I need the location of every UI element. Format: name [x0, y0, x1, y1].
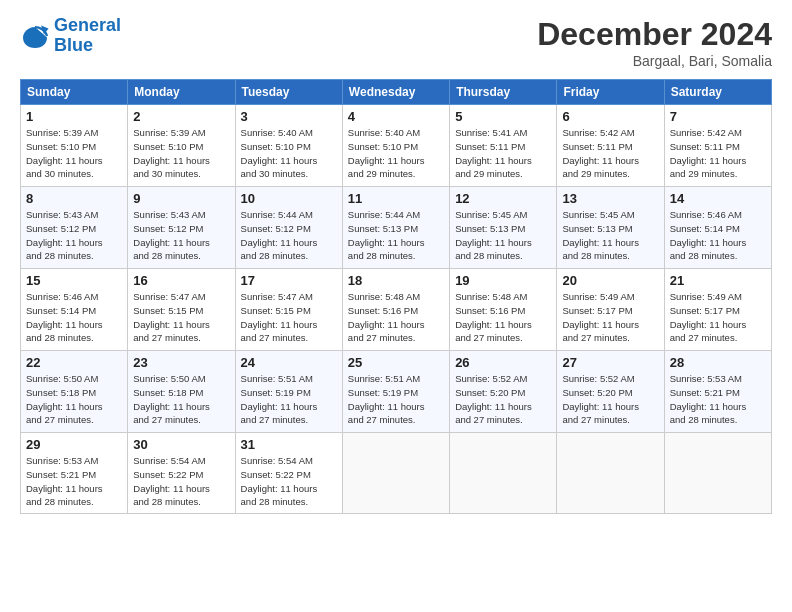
calendar-cell: 17Sunrise: 5:47 AMSunset: 5:15 PMDayligh…	[235, 269, 342, 351]
day-info: Sunrise: 5:48 AMSunset: 5:16 PMDaylight:…	[455, 290, 551, 345]
day-number: 24	[241, 355, 337, 370]
day-info: Sunrise: 5:49 AMSunset: 5:17 PMDaylight:…	[562, 290, 658, 345]
day-info: Sunrise: 5:53 AMSunset: 5:21 PMDaylight:…	[26, 454, 122, 509]
day-number: 11	[348, 191, 444, 206]
calendar-cell: 21Sunrise: 5:49 AMSunset: 5:17 PMDayligh…	[664, 269, 771, 351]
day-number: 20	[562, 273, 658, 288]
calendar-cell: 13Sunrise: 5:45 AMSunset: 5:13 PMDayligh…	[557, 187, 664, 269]
day-info: Sunrise: 5:41 AMSunset: 5:11 PMDaylight:…	[455, 126, 551, 181]
calendar-cell: 1Sunrise: 5:39 AMSunset: 5:10 PMDaylight…	[21, 105, 128, 187]
day-number: 26	[455, 355, 551, 370]
day-info: Sunrise: 5:42 AMSunset: 5:11 PMDaylight:…	[562, 126, 658, 181]
day-number: 15	[26, 273, 122, 288]
main-title: December 2024	[537, 16, 772, 53]
logo-icon	[20, 21, 50, 51]
day-number: 18	[348, 273, 444, 288]
day-number: 16	[133, 273, 229, 288]
day-info: Sunrise: 5:39 AMSunset: 5:10 PMDaylight:…	[133, 126, 229, 181]
calendar-cell: 27Sunrise: 5:52 AMSunset: 5:20 PMDayligh…	[557, 351, 664, 433]
calendar-cell: 7Sunrise: 5:42 AMSunset: 5:11 PMDaylight…	[664, 105, 771, 187]
title-block: December 2024 Bargaal, Bari, Somalia	[537, 16, 772, 69]
day-number: 2	[133, 109, 229, 124]
col-friday: Friday	[557, 80, 664, 105]
calendar-cell: 30Sunrise: 5:54 AMSunset: 5:22 PMDayligh…	[128, 433, 235, 514]
day-info: Sunrise: 5:44 AMSunset: 5:12 PMDaylight:…	[241, 208, 337, 263]
header-row: Sunday Monday Tuesday Wednesday Thursday…	[21, 80, 772, 105]
day-number: 10	[241, 191, 337, 206]
page: General Blue December 2024 Bargaal, Bari…	[0, 0, 792, 612]
logo: General Blue	[20, 16, 121, 56]
calendar-cell: 9Sunrise: 5:43 AMSunset: 5:12 PMDaylight…	[128, 187, 235, 269]
calendar-cell: 28Sunrise: 5:53 AMSunset: 5:21 PMDayligh…	[664, 351, 771, 433]
day-number: 4	[348, 109, 444, 124]
calendar-cell: 16Sunrise: 5:47 AMSunset: 5:15 PMDayligh…	[128, 269, 235, 351]
calendar-cell: 19Sunrise: 5:48 AMSunset: 5:16 PMDayligh…	[450, 269, 557, 351]
day-info: Sunrise: 5:46 AMSunset: 5:14 PMDaylight:…	[670, 208, 766, 263]
calendar-cell: 11Sunrise: 5:44 AMSunset: 5:13 PMDayligh…	[342, 187, 449, 269]
calendar-cell: 29Sunrise: 5:53 AMSunset: 5:21 PMDayligh…	[21, 433, 128, 514]
calendar-cell: 15Sunrise: 5:46 AMSunset: 5:14 PMDayligh…	[21, 269, 128, 351]
calendar-cell: 25Sunrise: 5:51 AMSunset: 5:19 PMDayligh…	[342, 351, 449, 433]
day-number: 6	[562, 109, 658, 124]
subtitle: Bargaal, Bari, Somalia	[537, 53, 772, 69]
day-number: 31	[241, 437, 337, 452]
calendar-cell	[557, 433, 664, 514]
day-number: 3	[241, 109, 337, 124]
day-info: Sunrise: 5:51 AMSunset: 5:19 PMDaylight:…	[241, 372, 337, 427]
day-number: 5	[455, 109, 551, 124]
day-number: 9	[133, 191, 229, 206]
day-info: Sunrise: 5:49 AMSunset: 5:17 PMDaylight:…	[670, 290, 766, 345]
day-info: Sunrise: 5:44 AMSunset: 5:13 PMDaylight:…	[348, 208, 444, 263]
day-number: 12	[455, 191, 551, 206]
day-info: Sunrise: 5:54 AMSunset: 5:22 PMDaylight:…	[133, 454, 229, 509]
day-info: Sunrise: 5:52 AMSunset: 5:20 PMDaylight:…	[562, 372, 658, 427]
day-number: 30	[133, 437, 229, 452]
logo-general: General	[54, 15, 121, 35]
col-saturday: Saturday	[664, 80, 771, 105]
col-tuesday: Tuesday	[235, 80, 342, 105]
calendar-cell: 4Sunrise: 5:40 AMSunset: 5:10 PMDaylight…	[342, 105, 449, 187]
calendar-cell: 14Sunrise: 5:46 AMSunset: 5:14 PMDayligh…	[664, 187, 771, 269]
logo-blue: Blue	[54, 35, 93, 55]
day-info: Sunrise: 5:50 AMSunset: 5:18 PMDaylight:…	[133, 372, 229, 427]
day-number: 28	[670, 355, 766, 370]
day-number: 14	[670, 191, 766, 206]
col-wednesday: Wednesday	[342, 80, 449, 105]
day-info: Sunrise: 5:45 AMSunset: 5:13 PMDaylight:…	[455, 208, 551, 263]
day-info: Sunrise: 5:47 AMSunset: 5:15 PMDaylight:…	[133, 290, 229, 345]
day-info: Sunrise: 5:51 AMSunset: 5:19 PMDaylight:…	[348, 372, 444, 427]
day-info: Sunrise: 5:40 AMSunset: 5:10 PMDaylight:…	[348, 126, 444, 181]
day-info: Sunrise: 5:53 AMSunset: 5:21 PMDaylight:…	[670, 372, 766, 427]
calendar-cell: 31Sunrise: 5:54 AMSunset: 5:22 PMDayligh…	[235, 433, 342, 514]
col-sunday: Sunday	[21, 80, 128, 105]
day-number: 19	[455, 273, 551, 288]
day-number: 8	[26, 191, 122, 206]
day-info: Sunrise: 5:42 AMSunset: 5:11 PMDaylight:…	[670, 126, 766, 181]
calendar-cell: 8Sunrise: 5:43 AMSunset: 5:12 PMDaylight…	[21, 187, 128, 269]
col-monday: Monday	[128, 80, 235, 105]
calendar-cell: 22Sunrise: 5:50 AMSunset: 5:18 PMDayligh…	[21, 351, 128, 433]
calendar-cell: 5Sunrise: 5:41 AMSunset: 5:11 PMDaylight…	[450, 105, 557, 187]
day-number: 21	[670, 273, 766, 288]
header: General Blue December 2024 Bargaal, Bari…	[20, 16, 772, 69]
calendar-cell: 24Sunrise: 5:51 AMSunset: 5:19 PMDayligh…	[235, 351, 342, 433]
calendar-table: Sunday Monday Tuesday Wednesday Thursday…	[20, 79, 772, 514]
day-number: 1	[26, 109, 122, 124]
day-info: Sunrise: 5:43 AMSunset: 5:12 PMDaylight:…	[26, 208, 122, 263]
day-info: Sunrise: 5:39 AMSunset: 5:10 PMDaylight:…	[26, 126, 122, 181]
day-info: Sunrise: 5:40 AMSunset: 5:10 PMDaylight:…	[241, 126, 337, 181]
day-number: 22	[26, 355, 122, 370]
calendar-cell: 10Sunrise: 5:44 AMSunset: 5:12 PMDayligh…	[235, 187, 342, 269]
day-number: 17	[241, 273, 337, 288]
day-number: 13	[562, 191, 658, 206]
day-number: 27	[562, 355, 658, 370]
day-info: Sunrise: 5:54 AMSunset: 5:22 PMDaylight:…	[241, 454, 337, 509]
calendar-cell	[450, 433, 557, 514]
col-thursday: Thursday	[450, 80, 557, 105]
calendar-header: Sunday Monday Tuesday Wednesday Thursday…	[21, 80, 772, 105]
logo-text: General Blue	[54, 16, 121, 56]
day-info: Sunrise: 5:48 AMSunset: 5:16 PMDaylight:…	[348, 290, 444, 345]
day-number: 25	[348, 355, 444, 370]
calendar-body: 1Sunrise: 5:39 AMSunset: 5:10 PMDaylight…	[21, 105, 772, 514]
day-info: Sunrise: 5:47 AMSunset: 5:15 PMDaylight:…	[241, 290, 337, 345]
